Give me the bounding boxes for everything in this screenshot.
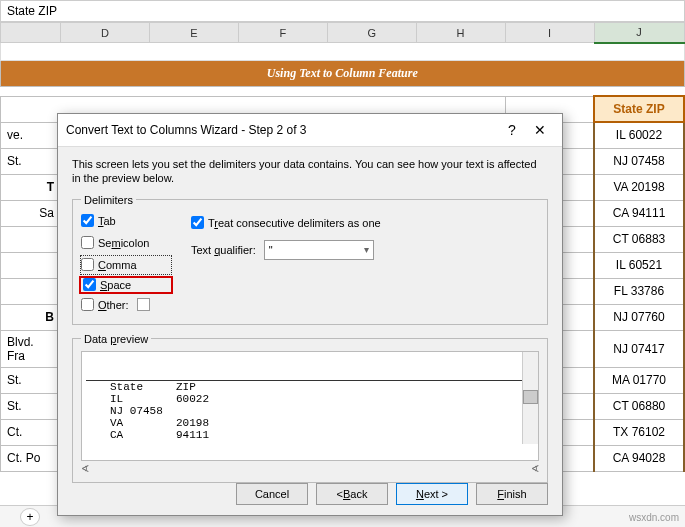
frag-cell[interactable]: Ct. [1, 419, 61, 445]
frag-cell[interactable] [1, 252, 61, 278]
semicolon-label: Semicolon [98, 237, 149, 249]
data-cell[interactable]: VA 20198 [594, 174, 684, 200]
text-to-columns-dialog: Convert Text to Columns Wizard - Step 2 … [57, 113, 563, 516]
frag-cell[interactable] [1, 226, 61, 252]
cancel-button[interactable]: Cancel [236, 483, 308, 505]
delimiters-legend: Delimiters [81, 194, 136, 206]
finish-button[interactable]: Finish [476, 483, 548, 505]
data-cell[interactable]: MA 01770 [594, 367, 684, 393]
col-G[interactable]: G [327, 23, 416, 43]
col-I[interactable]: I [505, 23, 594, 43]
col-left[interactable] [1, 23, 61, 43]
other-checkbox-row[interactable]: Other: [81, 296, 171, 314]
text-qualifier-value: " [269, 244, 273, 256]
comma-checkbox-row[interactable]: Comma [81, 256, 171, 274]
data-cell[interactable]: CT 06883 [594, 226, 684, 252]
scroll-left-icon[interactable]: ∢ [81, 463, 89, 474]
dialog-buttons: Cancel < Back Next > Finish [236, 483, 548, 505]
data-cell[interactable]: NJ 07458 [594, 148, 684, 174]
preview-legend: Data preview [81, 333, 151, 345]
data-cell[interactable]: CA 94111 [594, 200, 684, 226]
frag-cell[interactable]: B [1, 304, 61, 330]
preview-scrollbar-v[interactable] [522, 352, 538, 444]
tab-checkbox-row[interactable]: Tab [81, 212, 171, 230]
frag-cell[interactable]: Blvd. Fra [1, 330, 61, 367]
other-label: Other: [98, 299, 129, 311]
delimiters-fieldset: Delimiters Tab Semicolon Comma [72, 194, 548, 325]
tab-label: Tab [98, 215, 116, 227]
tab-checkbox[interactable] [81, 214, 94, 227]
help-button[interactable]: ? [498, 120, 526, 140]
frag-cell[interactable]: St. [1, 367, 61, 393]
col-H[interactable]: H [416, 23, 505, 43]
treat-consecutive-row[interactable]: Treat consecutive delimiters as one [191, 214, 539, 232]
chevron-down-icon: ▾ [364, 244, 369, 255]
other-checkbox[interactable] [81, 298, 94, 311]
semicolon-checkbox-row[interactable]: Semicolon [81, 234, 171, 252]
dialog-title: Convert Text to Columns Wizard - Step 2 … [66, 123, 498, 137]
data-cell[interactable]: NJ 07417 [594, 330, 684, 367]
dialog-instruction: This screen lets you set the delimiters … [72, 157, 548, 186]
treat-consecutive-label: Treat consecutive delimiters as one [208, 217, 381, 229]
col-D[interactable]: D [61, 23, 150, 43]
data-cell[interactable]: TX 76102 [594, 419, 684, 445]
treat-consecutive-checkbox[interactable] [191, 216, 204, 229]
preview-text: State ZIP IL 60022 NJ 07458 VA 20198 CA … [86, 380, 534, 441]
text-qualifier-label: Text qualifier: [191, 244, 256, 256]
header-state-zip[interactable]: State ZIP [594, 96, 684, 122]
frag-cell[interactable]: St. [1, 393, 61, 419]
frag-cell[interactable] [1, 278, 61, 304]
semicolon-checkbox[interactable] [81, 236, 94, 249]
data-cell[interactable]: CA 94028 [594, 445, 684, 471]
add-sheet-button[interactable]: + [20, 508, 40, 526]
frag-cell[interactable]: St. [1, 148, 61, 174]
space-checkbox[interactable] [83, 278, 96, 291]
col-E[interactable]: E [149, 23, 238, 43]
banner-title: Using Text to Column Feature [1, 61, 685, 87]
comma-label: Comma [98, 259, 137, 271]
formula-bar[interactable]: State ZIP [0, 0, 685, 22]
frag-cell[interactable]: ve. [1, 122, 61, 148]
preview-area: State ZIP IL 60022 NJ 07458 VA 20198 CA … [81, 351, 539, 461]
frag-cell[interactable]: Ct. Po [1, 445, 61, 471]
data-cell[interactable]: FL 33786 [594, 278, 684, 304]
col-F[interactable]: F [238, 23, 327, 43]
scroll-right-icon[interactable]: ∢ [531, 463, 539, 474]
text-qualifier-select[interactable]: " ▾ [264, 240, 374, 260]
space-label: Space [100, 279, 131, 291]
space-checkbox-row[interactable]: Space [79, 276, 173, 294]
data-cell[interactable]: IL 60022 [594, 122, 684, 148]
column-headers: D E F G H I J [1, 23, 685, 43]
frag-cell[interactable]: Sa [1, 200, 61, 226]
next-button[interactable]: Next > [396, 483, 468, 505]
dialog-titlebar[interactable]: Convert Text to Columns Wizard - Step 2 … [58, 114, 562, 147]
data-cell[interactable]: CT 06880 [594, 393, 684, 419]
data-cell[interactable]: NJ 07760 [594, 304, 684, 330]
close-button[interactable]: ✕ [526, 120, 554, 140]
comma-checkbox[interactable] [81, 258, 94, 271]
data-cell[interactable]: IL 60521 [594, 252, 684, 278]
back-button[interactable]: < Back [316, 483, 388, 505]
frag-cell[interactable]: T [1, 174, 61, 200]
col-J[interactable]: J [594, 23, 684, 43]
preview-fieldset: Data preview State ZIP IL 60022 NJ 07458… [72, 333, 548, 483]
other-input[interactable] [137, 298, 150, 311]
watermark: wsxdn.com [629, 512, 679, 523]
